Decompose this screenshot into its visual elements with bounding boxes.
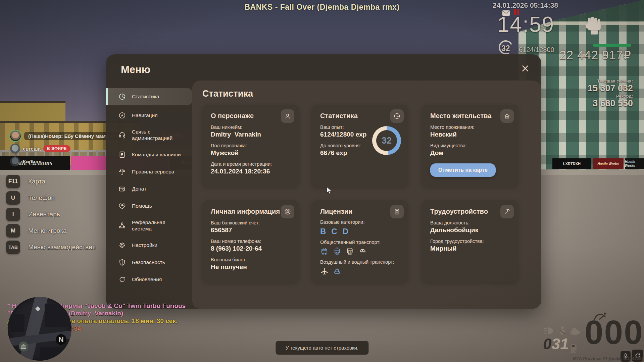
field-value: 656587 <box>211 226 290 234</box>
server-version: MTA Province #7 (build: 6.124229) <box>573 356 643 361</box>
card-residence: Место жительства Место проживания: Невск… <box>422 105 518 187</box>
plane-icon <box>320 267 329 275</box>
gear-icon <box>118 241 126 249</box>
field-value: Dmitry_Varnakin <box>211 131 290 138</box>
card-title: Лицензии <box>320 208 400 215</box>
sidebar-item-referral-system[interactable]: Реферальная система <box>106 216 192 235</box>
field-label: Ваш опыт: <box>320 124 374 130</box>
sidebar-item-label: Навигация <box>132 112 158 118</box>
fuel-pump-icon <box>571 343 578 354</box>
sidebar-item-label: Команды и клавиши <box>132 151 181 158</box>
insurance-notification: У текущего авто нет страховки. <box>276 341 368 355</box>
key-badge: I <box>6 208 20 221</box>
compass-icon <box>118 111 126 119</box>
person-icon <box>281 109 294 123</box>
fist-icon <box>585 15 603 38</box>
field-label: Дата и время регистрации: <box>211 161 290 167</box>
hud-clock: 14:59 <box>497 12 554 37</box>
mark-on-map-button[interactable]: Отметить на карте <box>430 163 496 177</box>
money-value: 22 442 917₽ <box>559 48 631 62</box>
card-title: Трудоустройство <box>430 208 510 215</box>
field-label: Общественный транспорт: <box>320 240 400 245</box>
hotkey-label: Меню игрока <box>28 227 67 235</box>
field-label: Место проживания: <box>430 124 510 130</box>
level-progress-number: 32 <box>376 130 397 151</box>
exp-fraction: 6124/12800 <box>519 46 554 54</box>
field-value: Мирный <box>430 245 510 252</box>
field-label: Вид имущества: <box>430 143 510 148</box>
sidebar-item-settings[interactable]: Настройки <box>106 238 192 252</box>
fuel-value: 031 <box>543 336 569 352</box>
metro-train-icon <box>346 247 354 255</box>
bank-map-icon <box>19 342 28 352</box>
license-categories: B C D <box>320 227 400 236</box>
field-value: Дом <box>430 149 510 157</box>
air-water-transport-icons <box>320 267 400 275</box>
sidebar-item-commands-keys[interactable]: Команды и клавиши <box>106 148 192 162</box>
hotkey-phone: U Телефон <box>6 191 55 205</box>
seatbelt-icon <box>558 326 566 335</box>
field-label: Ваша должность: <box>430 220 510 225</box>
key-badge: TAB <box>6 241 20 254</box>
sidebar-item-navigation[interactable]: Навигация <box>106 108 192 122</box>
voice-name: евгеша <box>23 146 41 152</box>
game-screen: stle Customs RADIO PROVINCE LXRTDXH LXRT… <box>0 0 644 362</box>
menu-sidebar: Статистика Навигация Связь с администрац… <box>106 88 192 287</box>
sidebar-item-server-rules[interactable]: Правила сервера <box>106 165 192 179</box>
wallet-icon <box>118 185 126 193</box>
sidebar-item-label: Статистика <box>132 93 159 100</box>
key-badge: F11 <box>6 175 20 188</box>
field-value: Мужской <box>211 149 290 157</box>
billboard-text: Hustle Works <box>597 162 619 166</box>
hotkey-label: Меню взаимодействия <box>28 244 96 251</box>
content-title: Статистика <box>202 89 253 99</box>
sidebar-item-donate[interactable]: Донат <box>106 182 192 196</box>
level-number: 32 <box>501 44 510 53</box>
card-title: Статистика <box>320 112 400 120</box>
sidebar-item-admin-contact[interactable]: Связь с администрацией <box>106 125 192 145</box>
card-statistics: Статистика Ваш опыт: 6124/12800 exp До н… <box>311 105 408 187</box>
person-circle-icon <box>281 205 294 218</box>
sidebar-item-label: Реферальная система <box>132 219 182 232</box>
card-licenses: Лицензии Базовые категории: B C D Общест… <box>311 200 408 282</box>
shield-icon <box>118 258 126 266</box>
minimap <box>8 297 71 361</box>
billboard-hustle-works: Hustle Works <box>593 158 624 169</box>
sidebar-item-statistics[interactable]: Статистика <box>106 88 192 105</box>
sidebar-item-security[interactable]: Безопасность <box>106 255 192 269</box>
sidebar-item-help[interactable]: Помощь <box>106 199 192 213</box>
billboard-lxrtdxh-right: LXRTDXH <box>552 158 591 169</box>
category-b: B <box>320 227 326 236</box>
ship-icon <box>333 267 341 275</box>
menu-title: Меню <box>121 64 150 76</box>
hotkey-label: Инвентарь <box>28 211 60 218</box>
field-value: 8 (963) 102-20-64 <box>211 245 290 252</box>
sidebar-item-label: Безопасность <box>132 259 165 265</box>
billboard-text: LXRTDXH <box>563 162 581 166</box>
sidebar-item-label: Настройки <box>132 242 157 248</box>
hotkey-label: Карта <box>28 178 45 185</box>
hotkey-interaction-menu: TAB Меню взаимодействия <box>6 241 96 254</box>
voice-row: Кирилл <box>10 156 42 166</box>
sidebar-item-label: Связь с администрацией <box>132 128 182 142</box>
card-employment: Трудоустройство Ваша должность: Дальнобо… <box>422 200 518 282</box>
hotkey-label: Телефон <box>28 194 55 202</box>
field-value: Дальнобойщик <box>430 226 510 234</box>
fuel-amount: 31 <box>552 335 569 353</box>
field-label: Воздушный и водный транспорт: <box>320 259 400 265</box>
menu-panel: Меню Статистика О персонаже Ваш никнейм:… <box>106 54 541 309</box>
sidebar-item-updates[interactable]: Обновления <box>106 272 192 287</box>
field-label: Ваш номер телефона: <box>211 239 290 244</box>
fuel-leading-zero: 0 <box>543 335 552 353</box>
hotkey-map: F11 Карта <box>6 175 45 188</box>
field-value: 6676 exp <box>320 149 374 157</box>
close-icon <box>521 64 530 73</box>
record-label: Рекорд: <box>593 94 633 99</box>
field-value: 6124/12800 exp <box>320 131 374 138</box>
house-icon <box>500 109 514 123</box>
close-button[interactable] <box>519 62 531 74</box>
pie-chart-icon <box>390 109 404 123</box>
card-title: Место жительства <box>430 112 510 120</box>
card-about-character: О персонаже Ваш никнейм: Dmitry_Varnakin… <box>202 105 299 187</box>
tram-icon <box>333 247 341 255</box>
